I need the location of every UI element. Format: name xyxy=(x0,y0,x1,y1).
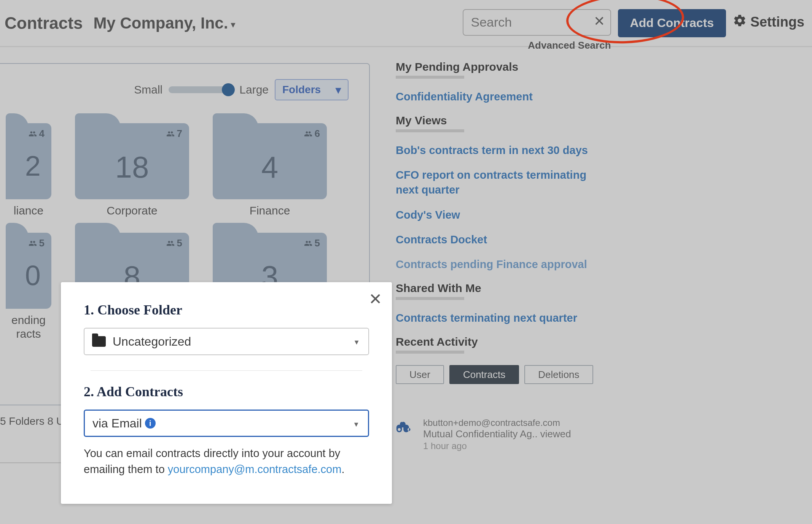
gear-icon xyxy=(733,14,747,31)
settings-link[interactable]: Settings xyxy=(733,14,804,31)
folder-icon: 50 xyxy=(6,233,51,309)
caret-down-icon: ▾ xyxy=(231,20,235,30)
folder-icon: 42 xyxy=(6,123,51,199)
shared-link[interactable]: Contracts terminating next quarter xyxy=(396,311,609,326)
recent-activity-heading: Recent Activity xyxy=(396,335,789,348)
activity-user: kbutton+demo@contractsafe.com xyxy=(423,418,571,428)
pending-approvals-heading: My Pending Approvals xyxy=(396,60,789,73)
folder-label: Finance xyxy=(250,204,290,218)
view-link[interactable]: CFO report on contracts terminating next… xyxy=(396,168,609,197)
size-large-label: Large xyxy=(239,83,269,96)
modal-step2-heading: 2. Add Contracts xyxy=(84,384,369,400)
advanced-search-link[interactable]: Advanced Search xyxy=(528,40,611,51)
close-icon[interactable]: ✕ xyxy=(369,291,382,307)
activity-tab-deletions[interactable]: Deletions xyxy=(524,365,593,384)
view-mode-select[interactable]: Folders ▾ xyxy=(275,79,349,100)
search-area: ✕ Advanced Search xyxy=(463,9,611,36)
folder-count: 2 xyxy=(6,150,51,182)
add-contracts-button[interactable]: Add Contracts xyxy=(618,9,726,37)
modal-help-text: You can email contracts directly into yo… xyxy=(84,445,369,477)
view-mode-value: Folders xyxy=(282,84,321,96)
activity-tab-contracts[interactable]: Contracts xyxy=(449,365,519,384)
folder-people-count: 7 xyxy=(166,128,182,140)
brand-title: Contracts xyxy=(5,14,83,33)
chevron-down-icon: ▾ xyxy=(336,84,341,96)
folder-people-count: 5 xyxy=(303,237,320,249)
folder-tile[interactable]: 50ending racts xyxy=(0,233,57,341)
add-contracts-modal: ✕ 1. Choose Folder Uncategorized ▼ 2. Ad… xyxy=(61,282,392,504)
view-link[interactable]: Bob's contracts term in next 30 days xyxy=(396,143,609,158)
info-icon[interactable]: i xyxy=(145,418,156,429)
slider-thumb[interactable] xyxy=(222,83,235,96)
company-switcher[interactable]: My Company, Inc. ▾ xyxy=(93,14,235,32)
folder-people-count: 6 xyxy=(303,128,320,140)
settings-label: Settings xyxy=(750,14,804,30)
folder-people-count: 5 xyxy=(28,237,45,249)
folder-count: 4 xyxy=(213,150,327,185)
folder-icon xyxy=(92,336,106,347)
clear-search-icon[interactable]: ✕ xyxy=(594,14,605,28)
choose-folder-select[interactable]: Uncategorized ▼ xyxy=(84,328,369,355)
folder-icon: 718 xyxy=(75,123,189,199)
add-method-select[interactable]: via Email i ▼ xyxy=(84,410,369,437)
activity-time: 1 hour ago xyxy=(423,441,571,451)
folder-label: liance xyxy=(6,204,51,218)
add-method-value: via Email xyxy=(92,416,142,430)
size-small-label: Small xyxy=(134,83,162,96)
section-rule xyxy=(396,76,464,79)
view-link[interactable]: Cody's View xyxy=(396,208,609,222)
view-link[interactable]: Contracts pending Finance approval xyxy=(396,257,609,272)
folder-label: Corporate xyxy=(107,204,157,218)
chevron-down-icon: ▼ xyxy=(353,338,360,346)
folder-icon: 64 xyxy=(213,123,327,199)
company-name: My Company, Inc. xyxy=(93,14,228,32)
activity-row[interactable]: kbutton+demo@contractsafe.com Mutual Con… xyxy=(396,418,789,451)
activity-tab-user[interactable]: User xyxy=(396,365,444,384)
choose-folder-value: Uncategorized xyxy=(113,335,191,349)
folder-people-count: 5 xyxy=(166,237,182,249)
folder-count: 0 xyxy=(6,259,51,292)
modal-divider xyxy=(91,370,362,371)
folder-people-count: 4 xyxy=(28,128,45,140)
activity-title: Mutual Confidentiality Ag.. viewed xyxy=(423,428,571,440)
chevron-down-icon: ▼ xyxy=(353,421,360,429)
tile-size-slider[interactable] xyxy=(169,86,233,93)
folder-tile[interactable]: 64Finance xyxy=(207,123,333,218)
folder-tile[interactable]: 42liance xyxy=(0,123,57,218)
intake-email-link[interactable]: yourcompany@m.contractsafe.com xyxy=(168,463,342,475)
folder-count: 18 xyxy=(75,150,189,185)
search-input[interactable] xyxy=(463,9,611,36)
view-link[interactable]: Contracts Docket xyxy=(396,232,609,247)
pending-approval-link[interactable]: Confidentiality Agreement xyxy=(396,89,609,104)
folders-footer-count: 5 Folders 8 U xyxy=(0,415,64,427)
my-views-heading: My Views xyxy=(396,114,789,127)
app-header: Contracts My Company, Inc. ▾ ✕ Advanced … xyxy=(0,0,812,47)
section-rule xyxy=(396,297,464,300)
section-rule xyxy=(396,129,464,132)
modal-step1-heading: 1. Choose Folder xyxy=(84,302,369,318)
folder-tile[interactable]: 718Corporate xyxy=(69,123,195,218)
section-rule xyxy=(396,351,464,354)
binoculars-icon xyxy=(396,419,412,439)
folder-label: ending racts xyxy=(6,313,51,341)
shared-with-me-heading: Shared With Me xyxy=(396,282,789,295)
